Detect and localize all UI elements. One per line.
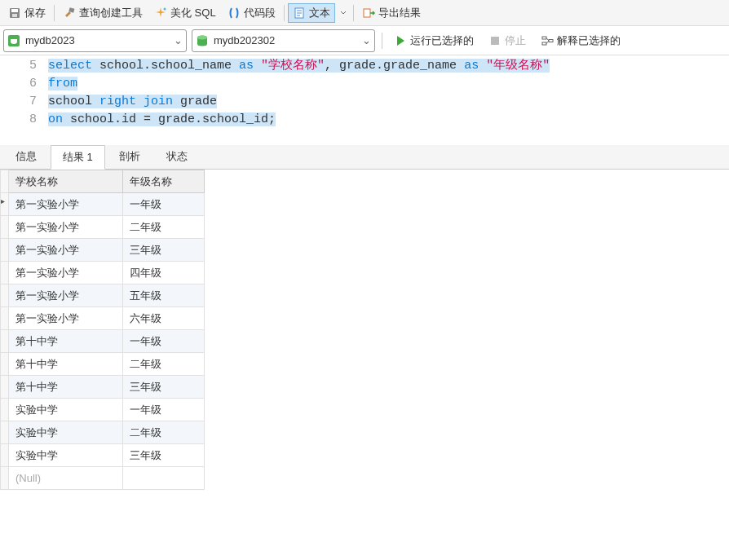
grid-header-row: 学校名称年级名称 [1,170,205,193]
export-button[interactable]: 导出结果 [357,3,426,23]
result-grid[interactable]: 学校名称年级名称第一实验小学一年级第一实验小学二年级第一实验小学三年级第一实验小… [0,170,205,490]
grid-cell[interactable]: 六年级 [123,307,205,330]
grid-cell[interactable]: 二年级 [123,353,205,376]
stop-icon [488,34,501,47]
row-marker-header [1,170,9,193]
code-area[interactable]: select school.school_name as "学校名称", gra… [45,57,729,145]
tab-info[interactable]: 信息 [3,144,49,169]
table-row[interactable]: 第一实验小学一年级 [1,193,205,216]
table-row[interactable]: 第十中学一年级 [1,330,205,353]
beautify-button[interactable]: 美化 SQL [149,3,221,23]
grid-cell[interactable] [123,467,205,490]
code-line-8: on school.id = grade.school_id; [48,111,729,129]
connection-bar: mydb2023 ⌄ mydb202302 ⌄ 运行已选择的 停止 解释已选择的 [0,26,729,55]
tab-status[interactable]: 状态 [154,144,200,169]
grid-cell[interactable]: 二年级 [123,216,205,239]
text-label: 文本 [309,6,330,20]
text-button[interactable]: 文本 [288,3,335,23]
separator [382,33,382,49]
table-row[interactable]: 实验中学三年级 [1,444,205,467]
connection-name: mydb2023 [25,34,75,46]
svg-rect-14 [542,37,546,39]
row-marker [1,307,9,330]
row-marker [1,284,9,307]
table-row[interactable]: 实验中学二年级 [1,421,205,444]
connection-select[interactable]: mydb2023 ⌄ [3,29,187,52]
grid-cell[interactable]: 二年级 [123,421,205,444]
grid-cell[interactable]: 四年级 [123,262,205,284]
grid-cell[interactable]: 一年级 [123,399,205,421]
table-row[interactable]: 第一实验小学三年级 [1,239,205,262]
table-row[interactable]: 第十中学三年级 [1,376,205,399]
grid-cell-null[interactable]: (Null) [9,467,123,490]
table-row[interactable]: 第一实验小学二年级 [1,216,205,239]
grid-cell[interactable]: 一年级 [123,193,205,216]
table-row[interactable]: 第一实验小学六年级 [1,307,205,330]
grid-cell[interactable]: 一年级 [123,330,205,353]
grid-cell[interactable]: 三年级 [123,239,205,262]
save-button[interactable]: 保存 [3,3,51,23]
column-header[interactable]: 学校名称 [9,170,123,193]
tab-result[interactable]: 结果 1 [51,145,105,170]
column-header[interactable]: 年级名称 [123,170,205,193]
chevron-down-icon: ⌄ [174,34,183,46]
dropdown-icon[interactable] [337,7,350,20]
parentheses-icon [228,7,241,20]
tab-profile[interactable]: 剖析 [107,144,152,169]
svg-rect-16 [549,39,553,42]
stop-label: 停止 [505,33,526,48]
grid-cell[interactable]: 第一实验小学 [9,239,123,262]
query-builder-label: 查询创建工具 [79,6,143,20]
svg-rect-13 [491,37,499,45]
explain-button[interactable]: 解释已选择的 [536,33,625,48]
export-label: 导出结果 [378,6,421,20]
separator [54,5,55,21]
grid-cell[interactable]: 第一实验小学 [9,262,123,284]
chevron-down-icon: ⌄ [362,34,371,46]
grid-cell[interactable]: 第一实验小学 [9,193,123,216]
grid-cell[interactable]: 实验中学 [9,399,123,421]
grid-cell[interactable]: 实验中学 [9,444,123,467]
grid-cell[interactable]: 第一实验小学 [9,307,123,330]
grid-cell[interactable]: 第一实验小学 [9,216,123,239]
snippet-button[interactable]: 代码段 [223,3,281,23]
table-row[interactable]: 第一实验小学五年级 [1,284,205,307]
row-marker [1,353,9,376]
row-marker [1,216,9,239]
grid-cell[interactable]: 三年级 [123,376,205,399]
row-marker [1,193,9,216]
save-icon [8,7,21,20]
table-row[interactable]: 第一实验小学四年级 [1,262,205,284]
grid-cell[interactable]: 第十中学 [9,376,123,399]
code-line-7: school right join grade [48,93,729,111]
svg-point-4 [164,7,166,10]
grid-cell[interactable]: 五年级 [123,284,205,307]
table-row[interactable]: 实验中学一年级 [1,399,205,421]
beautify-label: 美化 SQL [170,6,216,20]
grid-cell[interactable]: 第十中学 [9,330,123,353]
database-icon [196,34,209,47]
grid-cell[interactable]: 三年级 [123,444,205,467]
table-row-null[interactable]: (Null) [1,467,205,490]
sql-editor[interactable]: 5 6 7 8 select school.school_name as "学校… [0,55,729,145]
table-row[interactable]: 第十中学二年级 [1,353,205,376]
svg-rect-2 [12,14,17,17]
explain-icon [541,34,554,47]
grid-cell[interactable]: 第一实验小学 [9,284,123,307]
query-builder-button[interactable]: 查询创建工具 [58,3,148,23]
run-label: 运行已选择的 [410,33,474,48]
plug-icon [7,34,20,47]
grid-cell[interactable]: 实验中学 [9,421,123,444]
database-select[interactable]: mydb202302 ⌄ [192,29,375,52]
run-button[interactable]: 运行已选择的 [389,33,479,48]
row-marker [1,421,9,444]
grid-cell[interactable]: 第十中学 [9,353,123,376]
stop-button[interactable]: 停止 [484,33,531,48]
svg-rect-15 [542,42,546,45]
sparkle-icon [154,7,167,20]
document-icon [293,7,306,20]
snippet-label: 代码段 [244,6,276,20]
row-marker [1,239,9,262]
hammer-icon [63,7,76,20]
svg-point-12 [197,35,207,39]
